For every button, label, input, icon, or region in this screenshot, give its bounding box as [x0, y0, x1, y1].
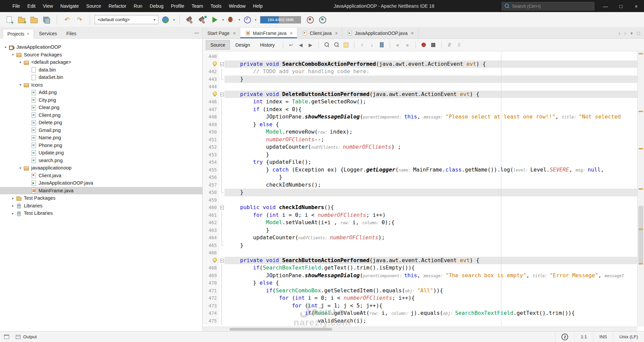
quick-search[interactable]: [502, 2, 594, 10]
save-all-button[interactable]: [41, 14, 52, 25]
line-number[interactable]: 471: [203, 287, 219, 295]
redo-button[interactable]: ↷: [74, 14, 85, 25]
find-button[interactable]: [322, 41, 331, 49]
close-icon[interactable]: ×: [290, 31, 293, 36]
code-line[interactable]: 455 } catch (Exception ex) {Logger.getLo…: [203, 166, 637, 174]
output-window-button[interactable]: Output: [12, 332, 40, 342]
collapse-icon[interactable]: ▾: [17, 166, 23, 170]
code-line[interactable]: 470 } else {: [203, 279, 637, 287]
search-input[interactable]: [512, 4, 591, 9]
code-line[interactable]: 468 if(SearchBoxTextField.getText().trim…: [203, 264, 637, 272]
error-stripe[interactable]: [637, 51, 644, 327]
horizontal-scrollbar[interactable]: [203, 327, 637, 331]
caret-down-icon[interactable]: ▾: [255, 18, 257, 21]
minimize-panel-icon[interactable]: —: [194, 30, 199, 35]
toggle-bookmark-button[interactable]: [377, 41, 386, 49]
editor-tab-client-java[interactable]: Client.java×: [297, 28, 343, 38]
tree-item[interactable]: Phone.png: [0, 142, 202, 149]
warning-bulb-icon[interactable]: [203, 257, 219, 264]
menu-view[interactable]: View: [39, 0, 57, 12]
menu-debug[interactable]: Debug: [146, 0, 167, 12]
new-file-button[interactable]: [4, 14, 15, 25]
previous-bookmark-button[interactable]: ↑: [358, 41, 367, 49]
code-line[interactable]: 461 for (int i = 0; i < numberOFClients;…: [203, 211, 637, 219]
code-line[interactable]: 474 if(Model.getValueAt(row: i, column: …: [203, 309, 637, 317]
find-selection-button[interactable]: [332, 41, 341, 49]
collapse-icon[interactable]: ▾: [17, 83, 23, 87]
line-number[interactable]: 455: [203, 166, 219, 174]
stop-macro-button[interactable]: [429, 41, 438, 49]
code-line[interactable]: 453 }: [203, 151, 637, 159]
warning-mark[interactable]: [639, 263, 643, 264]
tree-item[interactable]: dataSet.bin: [0, 74, 202, 81]
code-line[interactable]: 452 updateCounter(nuOfClients: numberOFC…: [203, 143, 637, 151]
configuration-globe-button[interactable]: [160, 14, 171, 25]
tree-item[interactable]: Delete.png: [0, 119, 202, 127]
code-line[interactable]: 475 validSearch(i);: [203, 317, 637, 325]
editor-tab-mainframe-java[interactable]: MainFrame.java×: [240, 28, 297, 38]
tree-item[interactable]: ▸Test Libraries: [0, 209, 202, 217]
build-project-button[interactable]: [185, 14, 195, 25]
fold-toggle[interactable]: [219, 91, 225, 98]
line-number[interactable]: 457: [203, 181, 219, 189]
code-line[interactable]: 451 numberOFClients--;: [203, 136, 637, 144]
code-line[interactable]: 459: [203, 196, 637, 204]
line-number[interactable]: 463: [203, 227, 219, 234]
warning-mark[interactable]: [639, 229, 643, 230]
scroll-tabs-left-icon[interactable]: ‹: [618, 31, 620, 36]
line-number[interactable]: 469: [203, 272, 219, 280]
undo-button[interactable]: ↶: [62, 14, 72, 25]
tree-item[interactable]: ▾Icons: [0, 81, 202, 89]
line-number[interactable]: 443: [203, 76, 219, 83]
code-line[interactable]: private void SearchButtonActionPerformed…: [203, 257, 637, 264]
code-line[interactable]: 473 for (int j = 1; j < 5; j++){: [203, 302, 637, 310]
tree-item[interactable]: Name.png: [0, 134, 202, 142]
line-number[interactable]: 466: [203, 249, 219, 257]
maximize-window-button[interactable]: □: [613, 0, 629, 12]
code-line[interactable]: 444: [203, 83, 637, 91]
close-icon[interactable]: ×: [233, 31, 236, 36]
menu-refactor[interactable]: Refactor: [105, 0, 130, 12]
close-window-button[interactable]: ×: [629, 0, 644, 12]
line-number[interactable]: 446: [203, 98, 219, 106]
caret-down-icon[interactable]: ▾: [239, 18, 240, 21]
notifications-button[interactable]: 2: [555, 332, 574, 342]
forward-button[interactable]: ▶: [306, 41, 315, 49]
code-line[interactable]: 446 int index = Table.getSelectedRow();: [203, 98, 637, 106]
code-line[interactable]: 463 }: [203, 227, 637, 234]
record-macro-button[interactable]: [419, 41, 428, 49]
tree-item[interactable]: ▾JavaApplicationOOP: [0, 43, 202, 51]
code-line[interactable]: 450 Model.removeRow(row: index);: [203, 128, 637, 136]
code-line[interactable]: 458 }: [203, 189, 637, 196]
warning-bulb-icon[interactable]: [203, 60, 219, 68]
line-number[interactable]: 450: [203, 128, 219, 136]
editor-tab-start-page[interactable]: Start Page×: [203, 28, 240, 38]
code-line[interactable]: 447 if (index < 0){: [203, 106, 637, 113]
tree-item[interactable]: MainFrame.java: [0, 187, 202, 195]
maximize-editor-icon[interactable]: □: [637, 31, 640, 36]
code-line[interactable]: 472 for (int i = 0; i < numberOFClients;…: [203, 294, 637, 302]
line-number[interactable]: 474: [203, 309, 219, 317]
project-configuration-select[interactable]: <default config> ▾: [95, 15, 158, 24]
line-number[interactable]: 451: [203, 136, 219, 144]
design-view-button[interactable]: Design: [231, 40, 255, 50]
line-number[interactable]: 465: [203, 242, 219, 249]
collapse-icon[interactable]: ▾: [17, 60, 23, 64]
warning-mark[interactable]: [639, 53, 643, 54]
line-number[interactable]: 460: [203, 204, 219, 211]
expand-icon[interactable]: ▸: [10, 196, 16, 200]
sidebar-tab-services[interactable]: Services: [35, 29, 61, 38]
tree-item[interactable]: Gmail.png: [0, 127, 202, 134]
fold-toggle[interactable]: [219, 204, 225, 211]
line-ending-indicator[interactable]: Unix (LF): [613, 332, 644, 342]
window-group-icon[interactable]: [4, 335, 9, 339]
line-number[interactable]: 458: [203, 189, 219, 196]
shift-right-button[interactable]: »: [403, 41, 412, 49]
code-line[interactable]: 462 Model.setValueAt(i+i , row: i, colum…: [203, 219, 637, 227]
code-line[interactable]: 448 JOptionPane.showMessageDialog(parent…: [203, 113, 637, 121]
memory-monitor[interactable]: 184.4/402.0MB: [260, 16, 301, 23]
line-number[interactable]: 462: [203, 219, 219, 227]
fold-toggle[interactable]: [219, 257, 225, 264]
shift-left-button[interactable]: «: [393, 41, 402, 49]
code-line[interactable]: 440: [203, 53, 637, 60]
